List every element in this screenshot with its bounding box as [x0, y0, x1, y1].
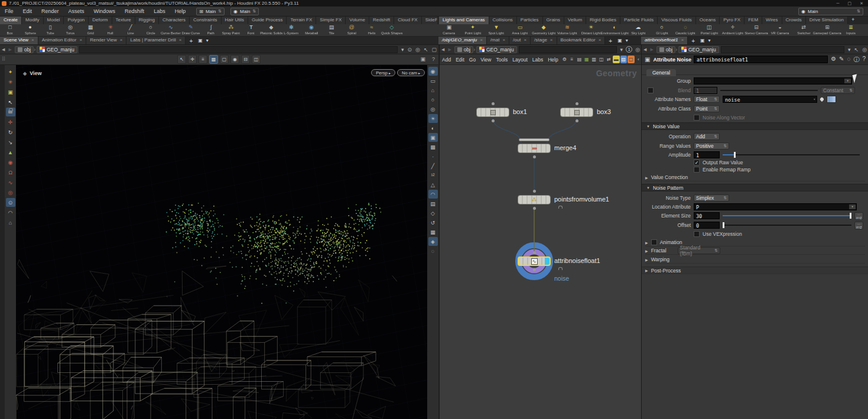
attribute-names-value-field[interactable]: noise▾ — [723, 96, 817, 103]
shelf-tool-environment-light[interactable]: ◐Environment Light — [603, 24, 626, 36]
nav-back-icon[interactable]: ◀ — [440, 47, 446, 52]
field-dropdown-icon[interactable]: ▾ — [813, 97, 815, 101]
attribute-class-combo[interactable]: Point⇅ — [694, 105, 720, 112]
collapse-icon[interactable]: ▼ — [646, 186, 650, 190]
offset-value-field[interactable]: 0 — [694, 222, 720, 229]
element-size-slider[interactable] — [723, 212, 851, 219]
gear-icon[interactable]: ⚙ — [830, 56, 837, 64]
shelf-tool-distant-light[interactable]: ☀Distant Light — [579, 24, 603, 36]
offset-xyz-button[interactable]: ⋯XYZ — [854, 222, 863, 229]
shade-mode-icon[interactable]: ▣ — [428, 133, 438, 142]
camera-menu-button[interactable]: No cam ▸ — [397, 69, 425, 76]
nav-forward-icon[interactable]: ▶ — [648, 47, 655, 52]
nav-back-icon[interactable]: ◀ — [0, 47, 6, 52]
shelf-tab-deform[interactable]: Deform — [89, 17, 112, 24]
layout-view-icon[interactable]: ◫ — [598, 56, 604, 63]
pane-menu-icon[interactable]: ▾ — [204, 38, 210, 43]
shelf-tab-simple-fx[interactable]: Simple FX — [316, 17, 346, 24]
shelf-tab-rigging[interactable]: Rigging — [135, 17, 159, 24]
expand-icon[interactable]: ▶ — [645, 176, 648, 180]
net-menu-labs[interactable]: Labs — [530, 57, 545, 63]
network-canvas[interactable]: Geometry box1box3»»merge4⁂pointsfromvolu… — [440, 65, 642, 419]
tree-icon[interactable]: ≡ — [568, 56, 575, 63]
path-field[interactable] — [721, 46, 844, 53]
nav-forward-icon[interactable]: ▶ — [446, 47, 453, 52]
desktop-selector-0[interactable]: ⊞Main⇅ — [196, 8, 225, 15]
shelf-tab-rigid-bodies[interactable]: Rigid Bodies — [586, 17, 620, 24]
shelf-tab-drive-simulation[interactable]: Drive Simulation — [806, 17, 848, 24]
shelf-tool-draw-curve[interactable]: ✎Draw Curve — [181, 24, 201, 36]
menu-file[interactable]: File — [0, 8, 18, 14]
shelf-tab-wires[interactable]: Wires — [762, 17, 782, 24]
location-attribute-field[interactable]: P▾ — [694, 203, 857, 210]
shelf-tool-point-light[interactable]: ✦Point Light — [461, 24, 485, 36]
menu-assets[interactable]: Assets — [64, 8, 89, 14]
box-icon[interactable]: ▢ — [628, 56, 634, 63]
background-icon[interactable]: ↺ — [428, 218, 438, 227]
pose-tool-icon[interactable]: ▲ — [6, 148, 15, 157]
shelf-tab-hair-utils[interactable]: Hair Utils — [222, 17, 248, 24]
history-icon[interactable]: ⊙ — [406, 47, 414, 53]
snap-grid-icon[interactable]: ◉ — [6, 158, 15, 167]
add-pane-tab-button[interactable]: + — [688, 38, 698, 44]
close-tab-icon[interactable]: × — [179, 37, 182, 44]
path-node-chip[interactable]: GEO_manju — [678, 46, 719, 53]
node-name-field[interactable]: attribnoisefloat1 — [694, 56, 828, 63]
fold-checkbox-animation[interactable] — [651, 239, 657, 245]
snapshot-icon[interactable]: ◫ — [252, 55, 261, 64]
pane-split-icon[interactable]: ▣ — [616, 38, 624, 43]
node-box3[interactable] — [560, 108, 593, 117]
select-tool-icon[interactable]: ↖ — [6, 98, 15, 106]
path-root-chip[interactable]: obj — [15, 46, 34, 53]
shelf-tool-tile[interactable]: ▤Tile — [321, 24, 342, 36]
shelf-tool-sphere[interactable]: ●Sphere — [20, 24, 40, 36]
group-field[interactable]: ▾ — [694, 77, 852, 85]
shelf-tool-path[interactable]: ∫Path — [201, 24, 221, 36]
expand-icon[interactable]: ▶ — [645, 249, 648, 253]
element-size-value-field[interactable]: 30 — [694, 212, 720, 219]
use-vexpression-checkbox[interactable] — [694, 231, 700, 237]
node-merge4[interactable]: »» — [518, 144, 551, 153]
crop-icon[interactable]: ◈ — [428, 237, 438, 246]
box-icon[interactable]: ▢ — [430, 47, 438, 53]
shelf-tool-area-light[interactable]: ▭Area Light — [508, 24, 532, 36]
handles-mode-icon[interactable]: ✛ — [188, 55, 197, 64]
radial-icon[interactable]: ◎ — [633, 47, 642, 53]
snap-multi-icon[interactable]: ◎ — [6, 188, 15, 197]
pane-tab-animation-editor[interactable]: Animation Editor× — [38, 37, 86, 44]
node-input-bar-merge4[interactable] — [519, 138, 550, 141]
node-template-flag[interactable] — [545, 258, 550, 265]
operation-combo[interactable]: Add⇅ — [694, 133, 720, 140]
pane-menu-icon[interactable]: ▾ — [707, 38, 713, 43]
node-attribnoisefloat1[interactable]: ∿ — [518, 256, 551, 266]
combo-stepper-icon[interactable]: ⇅ — [714, 97, 717, 102]
shelf-tab-constraints[interactable]: Constraints — [190, 17, 221, 24]
shelf-tool-ambient-light[interactable]: ✧Ambient Light — [721, 24, 745, 36]
help-icon[interactable]: ? — [862, 56, 866, 64]
expand-icon[interactable]: ▶ — [645, 268, 648, 272]
blend-value-field[interactable]: 1 — [694, 87, 717, 94]
net-menu-help[interactable]: Help — [545, 57, 560, 63]
snapshot-cam-icon[interactable]: ◠ — [6, 208, 15, 217]
points-display-icon[interactable]: ∙ — [428, 152, 438, 161]
net-menu-tools[interactable]: Tools — [493, 57, 510, 63]
fold-warping[interactable]: ▶Warping — [645, 256, 865, 264]
menu-redshift[interactable]: Redshift — [120, 8, 149, 14]
shelf-tool-font[interactable]: TFont — [241, 24, 261, 36]
uv-display-icon[interactable]: ¹² — [428, 171, 438, 180]
noise-type-combo[interactable]: Simplex⇅ — [694, 194, 729, 202]
attribute-names-combo[interactable]: Float⇅ — [694, 96, 720, 103]
headlight-icon[interactable]: ☀ — [428, 114, 438, 123]
shelf-tool-platonic-solids[interactable]: ◆Platonic Solids — [261, 24, 281, 36]
grid-display-icon[interactable]: ▤ — [428, 199, 438, 208]
desktop-selector-1[interactable]: ◉Main⇅ — [230, 8, 259, 15]
shelf-tool-curve-bezier[interactable]: ∿Curve Bezier — [161, 24, 181, 36]
enable-remap-ramp-checkbox[interactable] — [694, 167, 700, 173]
blend-slider[interactable] — [720, 87, 818, 94]
node-output-box3[interactable] — [576, 119, 578, 122]
select-icon[interactable]: ↖ — [853, 47, 861, 53]
close-button[interactable]: ✕ — [860, 1, 863, 6]
shelf-tool-vr-camera[interactable]: ◒VR Camera — [768, 24, 792, 36]
fold-animation[interactable]: ▶Animation — [645, 239, 865, 246]
snap-curve-icon[interactable]: Ω — [6, 168, 15, 177]
